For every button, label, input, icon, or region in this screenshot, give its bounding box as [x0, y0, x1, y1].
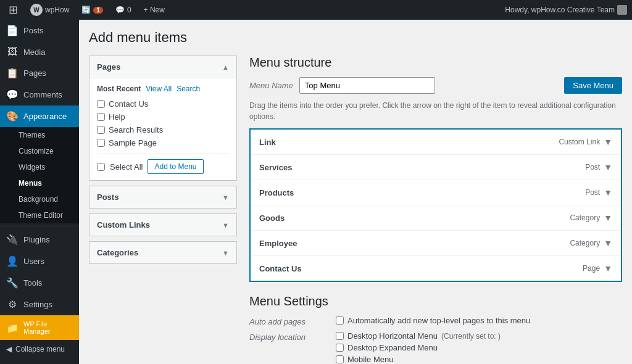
page-label-help: Help [109, 112, 125, 122]
display-loc-desktop-expanded-checkbox[interactable] [336, 344, 344, 352]
sidebar-item-themes[interactable]: Themes [0, 127, 79, 143]
updates-button[interactable]: 🔄 1 [78, 0, 107, 20]
menu-item-link-chevron-icon[interactable]: ▼ [604, 137, 612, 147]
page-checkbox-search-results[interactable] [97, 126, 105, 134]
display-loc-mobile-label: Mobile Menu [347, 355, 393, 364]
content-area: Add menu items Pages ▲ Most Recent View … [79, 20, 632, 364]
pages-accordion: Pages ▲ Most Recent View All Search Cont… [89, 56, 237, 181]
admin-bar: ⊞ W wpHow 🔄 1 💬 0 + New Howdy, wpHow.co … [0, 0, 632, 20]
display-loc-desktop-horizontal-checkbox[interactable] [336, 332, 344, 340]
menu-item-products[interactable]: Products Post ▼ [251, 180, 621, 205]
posts-accordion: Posts ▼ [89, 186, 237, 209]
sidebar-item-media[interactable]: 🖼 Media [0, 41, 79, 62]
menu-item-contact-us[interactable]: Contact Us Page ▼ [251, 256, 621, 281]
menu-item-services-chevron-icon[interactable]: ▼ [604, 162, 612, 172]
page-checkbox-sample-page[interactable] [97, 139, 105, 147]
sidebar-item-theme-editor[interactable]: Theme Editor [0, 207, 79, 223]
custom-links-accordion-header[interactable]: Custom Links ▼ [89, 214, 236, 236]
menu-item-contact-us-chevron-icon[interactable]: ▼ [604, 263, 612, 273]
custom-links-chevron-icon: ▼ [222, 221, 229, 229]
custom-links-label: Custom Links [97, 220, 150, 230]
menu-settings: Menu Settings Auto add pages Automatical… [249, 294, 622, 364]
comments-sidebar-icon: 💬 [6, 89, 19, 101]
site-name-button[interactable]: W wpHow [27, 0, 73, 20]
auto-add-pages-row: Auto add pages Automatically add new top… [249, 316, 622, 326]
avatar[interactable] [617, 5, 627, 15]
plugins-icon: 🔌 [6, 234, 19, 246]
menu-item-contact-us-type: Page [583, 264, 600, 273]
file-manager-icon: 📁 [6, 322, 19, 334]
updates-icon: 🔄 [81, 6, 91, 14]
display-loc-mobile-checkbox[interactable] [336, 355, 344, 363]
display-loc-mobile: Mobile Menu [336, 355, 501, 364]
select-all-checkbox[interactable] [97, 163, 105, 171]
new-content-label: + New [144, 6, 165, 14]
tab-most-recent[interactable]: Most Recent [97, 85, 141, 93]
posts-chevron-icon: ▼ [222, 194, 229, 201]
site-name-label: wpHow [45, 6, 69, 14]
pages-section-label: Pages [97, 62, 120, 72]
auto-add-pages-checkbox[interactable] [336, 316, 344, 325]
menu-item-services-right: Post ▼ [585, 162, 612, 172]
add-to-menu-button[interactable]: Add to Menu [148, 159, 203, 174]
posts-accordion-header[interactable]: Posts ▼ [89, 186, 236, 208]
page-item-search-results: Search Results [97, 125, 229, 134]
sidebar-item-appearance[interactable]: 🎨 Appearance [0, 105, 79, 127]
sidebar-item-customize[interactable]: Customize [0, 143, 79, 159]
sidebar-item-background[interactable]: Background [0, 191, 79, 207]
categories-accordion: Categories ▼ [89, 241, 237, 264]
pages-accordion-header[interactable]: Pages ▲ [89, 56, 236, 78]
sidebar-item-posts[interactable]: 📄 Posts [0, 20, 79, 41]
menu-item-products-name: Products [259, 188, 294, 197]
menu-item-goods-name: Goods [259, 213, 285, 223]
new-content-button[interactable]: + New [140, 0, 168, 20]
sidebar-item-widgets[interactable]: Widgets [0, 159, 79, 175]
menu-item-products-right: Post ▼ [585, 188, 612, 197]
display-loc-desktop-expanded: Desktop Expanded Menu [336, 343, 501, 352]
menu-item-employee[interactable]: Employee Category ▼ [251, 231, 621, 256]
select-all-label: Select All [110, 162, 143, 172]
menu-item-products-chevron-icon[interactable]: ▼ [604, 188, 612, 197]
auto-add-pages-value: Automatically add new top-level pages to… [336, 316, 530, 325]
sidebar-item-comments[interactable]: 💬 Comments [0, 84, 79, 105]
posts-section-label: Posts [97, 192, 118, 202]
page-checkbox-help[interactable] [97, 113, 105, 121]
menu-item-goods[interactable]: Goods Category ▼ [251, 205, 621, 231]
sidebar-item-users[interactable]: 👤 Users [0, 250, 79, 272]
menu-name-row: Menu Name Save Menu [249, 77, 622, 94]
page-label-search-results: Search Results [109, 125, 163, 134]
sidebar-item-plugins[interactable]: 🔌 Plugins [0, 229, 79, 250]
display-loc-desktop-expanded-label: Desktop Expanded Menu [347, 343, 438, 352]
categories-accordion-header[interactable]: Categories ▼ [89, 242, 236, 263]
menu-name-input[interactable] [299, 77, 435, 94]
menu-item-goods-chevron-icon[interactable]: ▼ [604, 213, 612, 223]
wp-logo-button[interactable]: ⊞ [5, 0, 22, 20]
comments-button[interactable]: 💬 0 [112, 0, 135, 20]
display-loc-desktop-horizontal: Desktop Horizontal Menu (Currently set t… [336, 331, 501, 341]
sidebar-item-menus[interactable]: Menus [0, 175, 79, 191]
collapse-menu-button[interactable]: ◀ Collapse menu [0, 340, 79, 358]
sidebar-item-wp-file-manager[interactable]: 📁 WP File Manager [0, 315, 79, 340]
menu-item-employee-chevron-icon[interactable]: ▼ [604, 238, 612, 248]
save-menu-button[interactable]: Save Menu [564, 77, 622, 94]
page-checkbox-contact-us[interactable] [97, 100, 105, 108]
menu-item-products-type: Post [585, 188, 600, 197]
menu-item-services[interactable]: Services Post ▼ [251, 155, 621, 180]
menu-item-link[interactable]: Link Custom Link ▼ [251, 130, 621, 155]
auto-add-pages-text: Automatically add new top-level pages to… [347, 316, 530, 325]
tools-icon: 🔧 [6, 277, 19, 289]
page-item-sample-page: Sample Page [97, 138, 229, 147]
tab-view-all[interactable]: View All [146, 85, 172, 93]
sidebar-menu: 📄 Posts 🖼 Media 📋 Pages 💬 Comments 🎨 App… [0, 20, 79, 340]
wp-icon: ⊞ [9, 3, 18, 17]
sidebar-item-pages[interactable]: 📋 Pages [0, 62, 79, 84]
sidebar-item-settings[interactable]: ⚙ Settings [0, 294, 79, 315]
pages-accordion-body: Most Recent View All Search Contact Us H… [89, 78, 236, 180]
pages-icon: 📋 [6, 67, 19, 79]
pages-tab-row: Most Recent View All Search [97, 85, 229, 93]
appearance-icon: 🎨 [6, 110, 19, 122]
display-location-row: Display location Desktop Horizontal Menu… [249, 331, 622, 364]
sidebar-item-tools[interactable]: 🔧 Tools [0, 272, 79, 294]
main-layout: 📄 Posts 🖼 Media 📋 Pages 💬 Comments 🎨 App… [0, 20, 632, 364]
tab-search[interactable]: Search [177, 85, 200, 93]
